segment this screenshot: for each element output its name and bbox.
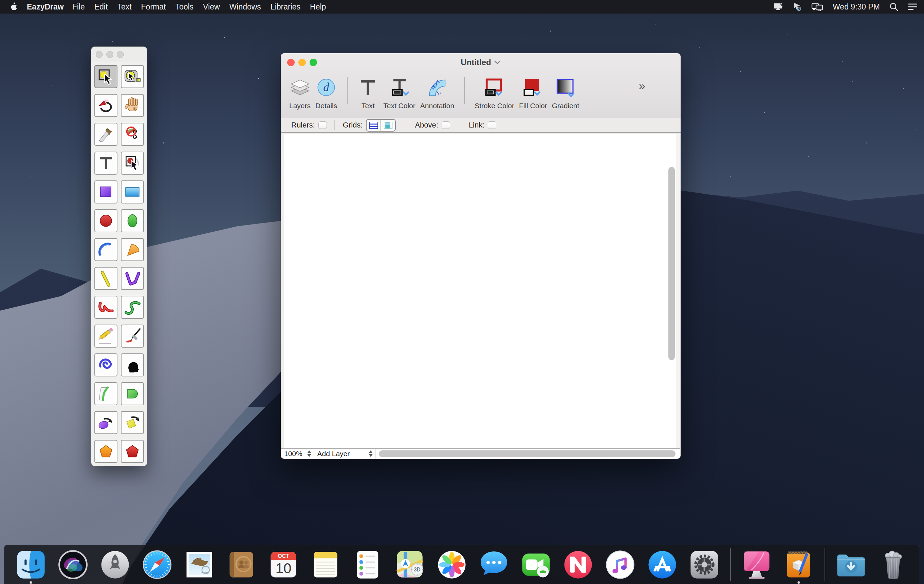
- pentagon-tool-button[interactable]: [94, 440, 117, 463]
- horizontal-scrollbar-track[interactable]: [375, 449, 680, 459]
- menu-windows[interactable]: Windows: [225, 2, 266, 12]
- dock-contacts-icon[interactable]: [224, 548, 258, 582]
- spotlight-icon[interactable]: [889, 2, 899, 12]
- wide-rectangle-tool-button[interactable]: [121, 181, 144, 204]
- line-tool-button[interactable]: [94, 267, 117, 290]
- text-tool-button[interactable]: [94, 151, 117, 174]
- dock-itunes-icon[interactable]: [603, 548, 637, 582]
- curve-tool-button[interactable]: [94, 296, 117, 319]
- canvas[interactable]: [281, 133, 680, 448]
- bezier-tool-button[interactable]: [121, 296, 144, 319]
- oval-tool-button[interactable]: [121, 209, 144, 232]
- rectangle-tool-button[interactable]: [94, 181, 117, 204]
- dock-maps-icon[interactable]: 3D: [393, 548, 427, 582]
- dock-facetime-icon[interactable]: [519, 548, 553, 582]
- menu-view[interactable]: View: [198, 2, 224, 12]
- gradient-toolbar-button[interactable]: Gradient: [552, 75, 579, 110]
- polygon-tool-button[interactable]: [121, 440, 144, 463]
- surface-tool-button[interactable]: [94, 382, 117, 405]
- menu-edit[interactable]: Edit: [90, 2, 113, 12]
- no-cut-tool-button[interactable]: [121, 123, 144, 146]
- menu-text[interactable]: Text: [112, 2, 136, 12]
- grid-lines-button[interactable]: [366, 120, 381, 131]
- dock-mail-icon[interactable]: [182, 548, 216, 582]
- palette-zoom-button[interactable]: [117, 51, 124, 58]
- menu-help[interactable]: Help: [305, 2, 331, 12]
- dock-calendar-icon[interactable]: OCT10: [266, 548, 300, 582]
- menu-bar-clock[interactable]: Wed 9:30 PM: [833, 2, 880, 12]
- menu-tools[interactable]: Tools: [170, 2, 198, 12]
- svg-text:3D: 3D: [414, 567, 421, 572]
- polyline-tool-button[interactable]: [121, 267, 144, 290]
- star: [903, 88, 904, 89]
- pan-hand-tool-button[interactable]: [121, 94, 144, 117]
- dock-finder-icon[interactable]: [14, 548, 48, 582]
- menu-libraries[interactable]: Libraries: [266, 2, 305, 12]
- dock-system-preferences-icon[interactable]: [687, 548, 721, 582]
- stroke-color-toolbar-button[interactable]: Stroke Color: [475, 75, 514, 110]
- vertical-scrollbar[interactable]: [668, 167, 675, 360]
- notification-center-icon[interactable]: [908, 2, 918, 11]
- dock-photos-icon[interactable]: [435, 548, 469, 582]
- fill-color-toolbar-button[interactable]: Fill Color: [519, 75, 547, 110]
- pencil-tool-button[interactable]: [94, 324, 117, 348]
- text-color-toolbar-button[interactable]: Text Color: [383, 75, 416, 110]
- dock-news-icon[interactable]: [561, 548, 595, 582]
- stepper-icon: [369, 451, 373, 457]
- dock-reminders-icon[interactable]: [351, 548, 384, 582]
- dock-downloads-icon[interactable]: [834, 548, 868, 582]
- palette-minimize-button[interactable]: [106, 51, 113, 58]
- dock-notes-icon[interactable]: [309, 548, 343, 582]
- add-layer-select[interactable]: Add Layer: [314, 449, 375, 459]
- rotate-rect-tool-button[interactable]: [121, 411, 144, 434]
- brush-tool-button[interactable]: [121, 324, 144, 348]
- color-select-tool-button[interactable]: [121, 151, 144, 174]
- spiral-tool-button[interactable]: [94, 354, 117, 377]
- apple-menu[interactable]: [9, 2, 17, 12]
- rounded-shape-tool-button[interactable]: [121, 382, 144, 405]
- measure-tool-button[interactable]: [121, 65, 144, 88]
- app-menu[interactable]: EazyDraw: [27, 2, 64, 12]
- dock-safari-icon[interactable]: [140, 548, 174, 582]
- link-checkbox[interactable]: [488, 122, 496, 129]
- menu-format[interactable]: Format: [137, 2, 171, 12]
- palette-titlebar[interactable]: [91, 47, 147, 62]
- pencil-tool-icon: [96, 327, 116, 345]
- displays-icon[interactable]: [811, 2, 823, 12]
- palette-close-button[interactable]: [96, 51, 103, 58]
- window-titlebar[interactable]: Untitled: [281, 53, 681, 71]
- above-checkbox[interactable]: [442, 122, 450, 129]
- rotate-tool-button[interactable]: [94, 94, 117, 117]
- dock-app-store-icon[interactable]: [645, 548, 679, 582]
- dock-launchpad-icon[interactable]: [98, 548, 132, 582]
- scrollbar-track[interactable]: [676, 133, 680, 448]
- dock-trash-icon[interactable]: [876, 548, 910, 582]
- tool-palette: [91, 46, 147, 466]
- dock-siri-icon[interactable]: [56, 548, 90, 582]
- wedge-tool-button[interactable]: [121, 238, 144, 261]
- select-tool-button[interactable]: [94, 65, 117, 88]
- grid-solid-button[interactable]: [381, 120, 395, 131]
- screen-sharing-icon[interactable]: [793, 2, 802, 12]
- title-chevron-down-icon[interactable]: [494, 60, 501, 65]
- annotation-toolbar-button[interactable]: TEXTT↓Annotation: [420, 75, 454, 110]
- knife-tool-button[interactable]: [94, 123, 117, 146]
- text-toolbar-button[interactable]: Text: [358, 75, 378, 110]
- toolbar-overflow-button[interactable]: »: [639, 80, 645, 91]
- window-toolbar: LayersdDetailsTextText ColorTEXTT↓Annota…: [281, 71, 681, 118]
- star: [787, 34, 788, 35]
- silhouette-tool-button[interactable]: [121, 354, 144, 377]
- dock-eazydraw-icon[interactable]: [782, 548, 816, 582]
- dock-messages-icon[interactable]: [477, 548, 511, 582]
- horizontal-scrollbar[interactable]: [379, 451, 675, 457]
- menu-file[interactable]: File: [68, 2, 90, 12]
- rulers-checkbox[interactable]: [318, 122, 327, 129]
- rotate-oval-tool-button[interactable]: [94, 411, 117, 434]
- layers-toolbar-button[interactable]: Layers: [289, 75, 310, 110]
- arc-tool-button[interactable]: [94, 238, 117, 261]
- dock-cleanmymac-icon[interactable]: [740, 548, 774, 582]
- zoom-level-select[interactable]: 100%: [281, 449, 314, 459]
- details-toolbar-button[interactable]: dDetails: [315, 75, 337, 110]
- display-sidecar-icon[interactable]: [773, 2, 784, 12]
- circle-tool-button[interactable]: [94, 209, 117, 232]
